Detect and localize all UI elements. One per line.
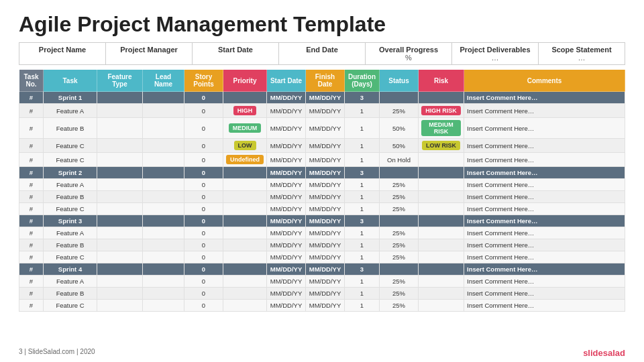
cell-status: 25% bbox=[380, 104, 419, 118]
cell-start: MM/DD/YY bbox=[267, 118, 306, 139]
cell-story: 0 bbox=[184, 92, 223, 104]
cell-task: Feature C bbox=[44, 251, 97, 263]
cell-feat bbox=[97, 203, 143, 215]
cell-status: On Hold bbox=[380, 153, 419, 167]
cell-story: 0 bbox=[184, 179, 223, 191]
cell-finish: MM/DD/YY bbox=[306, 276, 345, 288]
cell-task: Feature A bbox=[44, 179, 97, 191]
cell-no: # bbox=[19, 288, 44, 300]
cell-duration: 1 bbox=[345, 300, 380, 312]
cell-no: # bbox=[19, 139, 44, 153]
cell-start: MM/DD/YY bbox=[267, 276, 306, 288]
cell-comments: Insert Comment Here… bbox=[464, 104, 625, 118]
summary-header: Project Manager bbox=[110, 46, 188, 54]
col-priority: Priority bbox=[223, 70, 267, 92]
cell-lead bbox=[143, 276, 184, 288]
cell-comments: Insert Comment Here… bbox=[464, 276, 625, 288]
cell-comments: Insert Comment Here… bbox=[464, 203, 625, 215]
cell-task: Sprint 4 bbox=[44, 263, 97, 276]
cell-finish: MM/DD/YY bbox=[306, 118, 345, 139]
cell-comments: Insert Comment Here… bbox=[464, 263, 625, 276]
footer-brand-pre: slide bbox=[583, 348, 603, 358]
cell-no: # bbox=[19, 179, 44, 191]
cell-lead bbox=[143, 263, 184, 276]
cell-duration: 3 bbox=[345, 167, 380, 179]
summary-cell: Project Manager bbox=[106, 43, 193, 64]
summary-cell: Start Date bbox=[193, 43, 279, 64]
priority-badge: LOW bbox=[234, 141, 256, 150]
cell-priority: HIGH bbox=[223, 104, 267, 118]
cell-start: MM/DD/YY bbox=[267, 203, 306, 215]
cell-task: Feature C bbox=[44, 139, 97, 153]
col-task-no: Task No. bbox=[19, 70, 44, 92]
cell-feat bbox=[97, 227, 143, 239]
cell-no: # bbox=[19, 276, 44, 288]
summary-header: Overall Progress bbox=[370, 46, 447, 54]
cell-task: Feature A bbox=[44, 276, 97, 288]
table-row: # Feature B 0 MM/DD/YY MM/DD/YY 1 25% In… bbox=[19, 239, 625, 251]
cell-no: # bbox=[19, 227, 44, 239]
cell-story: 0 bbox=[184, 203, 223, 215]
cell-comments: Insert Comment Here… bbox=[464, 227, 625, 239]
cell-finish: MM/DD/YY bbox=[306, 215, 345, 227]
priority-badge: MEDIUM bbox=[229, 123, 262, 133]
cell-start: MM/DD/YY bbox=[267, 215, 306, 227]
cell-task: Feature A bbox=[44, 104, 97, 118]
cell-duration: 1 bbox=[345, 227, 380, 239]
summary-cell: Scope Statement… bbox=[539, 43, 625, 64]
summary-cell: Project Name bbox=[19, 43, 106, 64]
cell-status: 25% bbox=[380, 227, 419, 239]
cell-lead bbox=[143, 191, 184, 203]
cell-priority bbox=[223, 92, 267, 104]
cell-risk bbox=[419, 251, 464, 263]
table-row: # Feature B 0 MM/DD/YY MM/DD/YY 1 25% In… bbox=[19, 288, 625, 300]
col-feat-type: Feature Type bbox=[97, 70, 143, 92]
cell-finish: MM/DD/YY bbox=[306, 92, 345, 104]
cell-comments: Insert Comment Here… bbox=[464, 118, 625, 139]
cell-finish: MM/DD/YY bbox=[306, 263, 345, 276]
cell-comments: Insert Comment Here… bbox=[464, 215, 625, 227]
summary-value: % bbox=[370, 54, 447, 62]
cell-finish: MM/DD/YY bbox=[306, 251, 345, 263]
cell-priority bbox=[223, 239, 267, 251]
cell-lead bbox=[143, 227, 184, 239]
cell-start: MM/DD/YY bbox=[267, 179, 306, 191]
table-row: # Sprint 1 0 MM/DD/YY MM/DD/YY 3 Insert … bbox=[19, 92, 625, 104]
cell-feat bbox=[97, 300, 143, 312]
risk-badge: LOW RISK bbox=[422, 141, 460, 150]
cell-duration: 1 bbox=[345, 276, 380, 288]
cell-finish: MM/DD/YY bbox=[306, 203, 345, 215]
table-row: # Feature A 0 MM/DD/YY MM/DD/YY 1 25% In… bbox=[19, 227, 625, 239]
cell-story: 0 bbox=[184, 300, 223, 312]
cell-finish: MM/DD/YY bbox=[306, 239, 345, 251]
cell-status: 50% bbox=[380, 118, 419, 139]
cell-feat bbox=[97, 153, 143, 167]
col-risk: Risk bbox=[419, 70, 464, 92]
cell-story: 0 bbox=[184, 118, 223, 139]
cell-comments: Insert Comment Here… bbox=[464, 239, 625, 251]
col-status: Status bbox=[380, 70, 419, 92]
col-finish: Finish Date bbox=[306, 70, 345, 92]
summary-cell: Project Deliverables… bbox=[452, 43, 539, 64]
cell-start: MM/DD/YY bbox=[267, 263, 306, 276]
priority-badge: Undefined bbox=[226, 155, 264, 164]
cell-comments: Insert Comment Here… bbox=[464, 179, 625, 191]
cell-risk bbox=[419, 239, 464, 251]
cell-lead bbox=[143, 153, 184, 167]
cell-comments: Insert Comment Here… bbox=[464, 288, 625, 300]
cell-task: Feature B bbox=[44, 288, 97, 300]
cell-duration: 1 bbox=[345, 203, 380, 215]
cell-story: 0 bbox=[184, 276, 223, 288]
cell-lead bbox=[143, 239, 184, 251]
table-header-row: Task No. Task Feature Type Lead Name Sto… bbox=[19, 70, 625, 92]
risk-badge: MEDIUM RISK bbox=[421, 120, 461, 136]
cell-start: MM/DD/YY bbox=[267, 288, 306, 300]
cell-priority bbox=[223, 276, 267, 288]
cell-risk: HIGH RISK bbox=[419, 104, 464, 118]
cell-story: 0 bbox=[184, 239, 223, 251]
cell-duration: 1 bbox=[345, 288, 380, 300]
cell-status: 25% bbox=[380, 179, 419, 191]
cell-lead bbox=[143, 179, 184, 191]
cell-duration: 1 bbox=[345, 239, 380, 251]
cell-lead bbox=[143, 203, 184, 215]
